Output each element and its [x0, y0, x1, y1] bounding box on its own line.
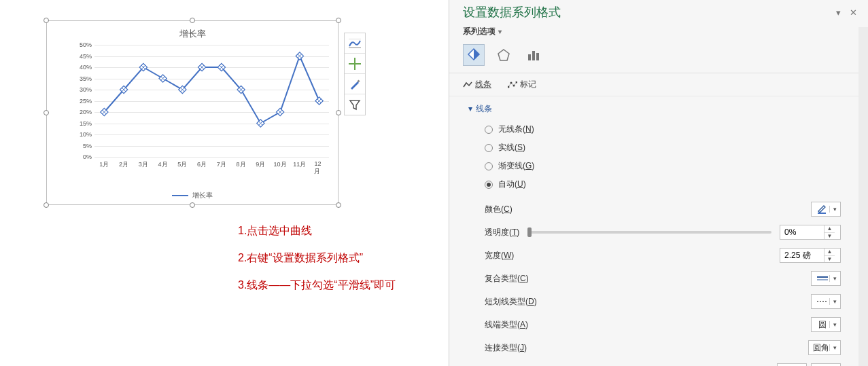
prop-transparency: 透明度(T) ▲▼ — [485, 221, 854, 244]
series-options-tab[interactable] — [523, 44, 544, 66]
spin-down[interactable]: ▼ — [824, 233, 835, 240]
annotation-step3: 3.线条——下拉勾选“平滑线”即可 — [238, 278, 396, 293]
y-tick-label: 30% — [80, 86, 92, 93]
y-tick-label: 10% — [80, 131, 92, 138]
series-options-dropdown[interactable]: 系列选项▾ — [449, 23, 868, 41]
radio-auto-line[interactable]: 自动(U) — [485, 175, 854, 194]
resize-handle[interactable] — [190, 202, 195, 208]
sub-tab-line[interactable]: 线条 — [463, 79, 491, 90]
radio-no-line[interactable]: 无线条(N) — [485, 120, 854, 139]
resize-handle[interactable] — [44, 110, 49, 115]
radio-auto-line-label: 自动 — [498, 179, 515, 189]
annotation-step1: 1.点击选中曲线 — [238, 224, 312, 238]
prop-cap: 线端类型(A) 圆 ▾ — [485, 313, 854, 336]
chart-mini-toolbar — [344, 33, 366, 115]
y-tick-label: 25% — [80, 98, 92, 105]
effects-tab[interactable] — [493, 44, 515, 66]
transparency-spinner[interactable]: ▲▼ — [780, 225, 841, 240]
color-picker-dropdown[interactable]: ▾ — [811, 202, 841, 217]
compound-type-dropdown[interactable]: ▾ — [811, 271, 841, 286]
radio-icon — [485, 144, 493, 152]
chart-title[interactable]: 增长率 — [47, 21, 338, 40]
y-tick-label: 0% — [83, 153, 92, 160]
transparency-slider[interactable] — [527, 231, 771, 234]
resize-handle[interactable] — [336, 110, 341, 115]
radio-icon — [485, 181, 493, 189]
resize-handle[interactable] — [336, 18, 341, 23]
y-tick-label: 45% — [80, 53, 92, 60]
compound-icon — [816, 275, 829, 282]
format-category-icons — [449, 41, 868, 73]
cap-type-dropdown[interactable]: 圆 ▾ — [811, 317, 841, 332]
x-tick-label: 12月 — [314, 160, 324, 176]
chart-legend[interactable]: 增长率 — [47, 191, 338, 200]
annotation-step2: 2.右键“设置数据系列格式” — [238, 251, 363, 266]
chart-elements-button[interactable] — [345, 33, 365, 54]
dash-type-dropdown[interactable]: ▾ — [811, 294, 841, 309]
chart-brush-button[interactable] — [345, 74, 365, 94]
section-header-line[interactable]: ▾ 线条 — [468, 100, 854, 117]
format-pane: 设置数据系列格式 ▾ ✕ 系列选项▾ 线条 标记 ▾ 线条 — [449, 0, 868, 366]
radio-solid-line-label: 实线 — [498, 143, 515, 152]
x-tick-label: 9月 — [256, 160, 265, 169]
transparency-input[interactable] — [780, 225, 824, 239]
spin-down[interactable]: ▼ — [824, 256, 835, 263]
join-type-dropdown[interactable]: 圆角 ▾ — [808, 340, 841, 355]
svg-point-47 — [513, 84, 515, 86]
prop-width: 宽度(W) ▲▼ — [485, 244, 854, 267]
svg-rect-42 — [528, 54, 531, 60]
fill-and-line-tab[interactable] — [463, 44, 485, 66]
begin-arrow-dropdown[interactable]: ▾ — [777, 363, 807, 366]
chart-styles-button[interactable] — [345, 54, 365, 74]
sub-tab-line-label: 线条 — [475, 79, 491, 90]
svg-point-46 — [510, 81, 513, 84]
chart-container[interactable]: 增长率 0%5%10%15%20%25%30%35%40%45%50% 1月2月… — [46, 20, 338, 205]
radio-solid-line[interactable]: 实线(S) — [485, 139, 854, 157]
prop-dash: 短划线类型(D) ▾ — [485, 290, 854, 313]
pane-close-button[interactable]: ✕ — [850, 7, 857, 18]
pane-title: 设置数据系列格式 — [463, 4, 561, 20]
chart-series[interactable] — [94, 45, 329, 157]
resize-handle[interactable] — [336, 202, 341, 208]
spin-up[interactable]: ▲ — [824, 225, 835, 233]
x-tick-label: 2月 — [119, 160, 128, 169]
prop-join: 连接类型(J) 圆角 ▾ — [485, 336, 854, 359]
resize-handle[interactable] — [190, 18, 195, 23]
x-tick-label: 4月 — [158, 160, 168, 169]
pane-options-dropdown[interactable]: ▾ — [836, 7, 841, 18]
resize-handle[interactable] — [44, 202, 49, 208]
width-spinner[interactable]: ▲▼ — [780, 248, 841, 263]
line-marker-tabs: 线条 标记 — [449, 73, 868, 96]
radio-gradient-line[interactable]: 渐变线(G) — [485, 157, 854, 175]
collapse-triangle-icon: ▾ — [468, 104, 474, 113]
radio-gradient-line-label: 渐变线 — [498, 161, 523, 170]
spin-up[interactable]: ▲ — [824, 249, 835, 256]
y-tick-label: 5% — [83, 143, 92, 149]
y-tick-label: 40% — [80, 64, 92, 71]
radio-no-line-label: 无线条 — [498, 124, 523, 134]
x-tick-label: 11月 — [293, 160, 306, 169]
legend-label: 增长率 — [192, 191, 213, 199]
line-icon — [463, 81, 472, 88]
sub-tab-marker-label: 标记 — [520, 79, 536, 90]
resize-handle[interactable] — [44, 18, 49, 23]
section-header-line-label: 线条 — [476, 104, 492, 113]
radio-icon — [485, 126, 493, 134]
sub-tab-marker[interactable]: 标记 — [508, 79, 536, 90]
x-tick-label: 10月 — [274, 160, 287, 169]
chevron-down-icon: ▾ — [829, 275, 840, 282]
begin-arrow-size-dropdown[interactable]: ▾ — [811, 363, 841, 366]
plot-area[interactable]: 0%5%10%15%20%25%30%35%40%45%50% 1月2月3月4月… — [74, 45, 329, 177]
join-type-value: 圆角 — [813, 342, 829, 354]
prop-compound: 复合类型(C) ▾ — [485, 267, 854, 290]
x-axis-labels: 1月2月3月4月5月6月7月8月9月10月11月12月 — [94, 160, 329, 170]
y-tick-label: 20% — [80, 109, 92, 115]
width-input[interactable] — [780, 249, 824, 262]
chevron-down-icon: ▾ — [498, 28, 502, 35]
scrollbar[interactable] — [858, 27, 868, 366]
line-style-radio-group: 无线条(N) 实线(S) 渐变线(G) 自动(U) — [468, 117, 854, 195]
x-tick-label: 1月 — [99, 160, 109, 169]
x-tick-label: 5月 — [177, 160, 187, 169]
chart-filter-button[interactable] — [345, 94, 365, 115]
y-tick-label: 15% — [80, 120, 92, 127]
